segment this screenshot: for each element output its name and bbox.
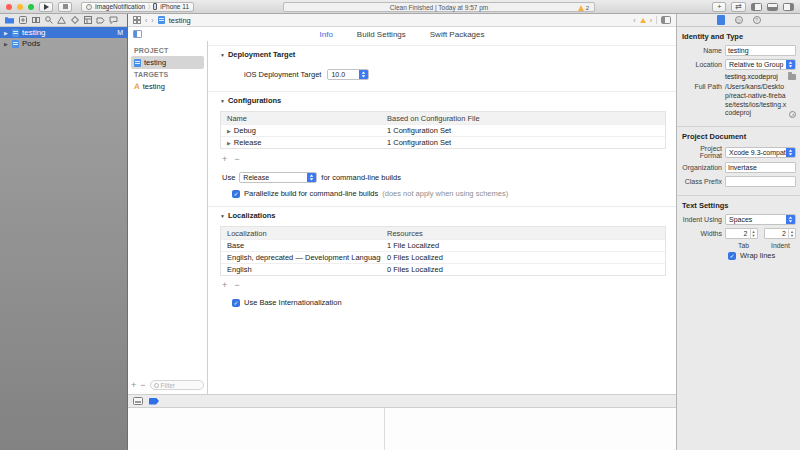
- column-header-file[interactable]: Based on Configuration File: [381, 114, 665, 123]
- minimize-window-button[interactable]: [17, 4, 23, 10]
- class-prefix-row: Class Prefix: [681, 176, 796, 187]
- tab-build-settings[interactable]: Build Settings: [357, 30, 406, 39]
- localization-resources: 0 Files Localized: [381, 265, 665, 274]
- project-list-item[interactable]: testing: [131, 56, 204, 69]
- zoom-window-button[interactable]: [28, 4, 34, 10]
- collapse-triangle-icon[interactable]: ▼: [220, 52, 225, 58]
- checkbox-checked-icon[interactable]: ✓: [232, 190, 240, 198]
- deployment-target-section-header[interactable]: ▼ Deployment Target: [220, 50, 676, 59]
- disclosure-triangle-icon[interactable]: ▶: [4, 30, 9, 36]
- remove-configuration-button[interactable]: −: [234, 154, 239, 164]
- project-format-dropdown[interactable]: Xcode 9.3-compatible: [725, 147, 796, 158]
- stepper-arrows-icon[interactable]: ▲▼: [750, 229, 757, 238]
- related-items-icon[interactable]: [133, 16, 141, 24]
- stepper-arrows-icon[interactable]: ▲▼: [788, 229, 795, 238]
- back-chevron-icon[interactable]: ‹: [145, 17, 147, 24]
- warning-icon: [578, 5, 584, 11]
- breakpoint-navigator-icon[interactable]: [96, 16, 105, 25]
- history-inspector-icon[interactable]: ◷: [735, 16, 743, 24]
- library-button[interactable]: +: [712, 2, 726, 12]
- collapse-triangle-icon[interactable]: ▼: [220, 213, 225, 219]
- location-dropdown[interactable]: Relative to Group: [725, 59, 796, 70]
- report-navigator-icon[interactable]: [109, 16, 118, 25]
- editor-options-icon[interactable]: [661, 16, 671, 24]
- warning-badge[interactable]: 2: [578, 5, 589, 11]
- toolbar-right-buttons: + ⇄: [712, 2, 794, 12]
- toggle-navigator-button[interactable]: [751, 3, 762, 11]
- column-header-localization[interactable]: Localization: [221, 229, 381, 238]
- column-header-name[interactable]: Name: [221, 114, 381, 123]
- checkbox-checked-icon[interactable]: ✓: [728, 252, 736, 260]
- issue-navigator-icon[interactable]: [57, 16, 66, 25]
- issue-warning-icon[interactable]: [640, 18, 646, 23]
- device-name: iPhone 11: [160, 3, 189, 10]
- command-line-config-dropdown[interactable]: Release: [239, 172, 317, 183]
- file-inspector-icon[interactable]: [717, 15, 725, 25]
- debug-navigator-icon[interactable]: [83, 16, 92, 25]
- previous-issue-icon[interactable]: ‹: [633, 17, 635, 24]
- remove-localization-button[interactable]: −: [234, 280, 239, 290]
- toggle-debug-area-button[interactable]: [767, 3, 778, 11]
- filter-input[interactable]: Filter: [150, 380, 204, 390]
- source-control-navigator-icon[interactable]: [18, 16, 27, 25]
- indent-using-dropdown[interactable]: Spaces: [725, 214, 796, 225]
- toggle-project-list-icon[interactable]: [133, 30, 142, 38]
- tab-swift-packages[interactable]: Swift Packages: [430, 30, 485, 39]
- table-row[interactable]: Base 1 File Localized: [221, 239, 665, 251]
- add-target-button[interactable]: +: [131, 381, 136, 390]
- disclosure-triangle-icon[interactable]: ▶: [227, 140, 231, 146]
- target-list-item[interactable]: A testing: [131, 80, 204, 93]
- navigator-item-testing[interactable]: ▶ testing M: [0, 27, 127, 38]
- name-field[interactable]: testing: [725, 45, 796, 56]
- tab-info[interactable]: Info: [320, 30, 333, 39]
- organization-field[interactable]: Invertase: [725, 162, 796, 173]
- hide-debug-area-icon[interactable]: [133, 397, 143, 405]
- table-row[interactable]: English, deprecated — Development Langua…: [221, 251, 665, 263]
- symbol-navigator-icon[interactable]: [31, 16, 40, 25]
- next-issue-icon[interactable]: ›: [650, 17, 652, 24]
- editor-jump-bar: ‹ › testing ‹ ›: [128, 14, 676, 27]
- quick-help-inspector-icon[interactable]: ?: [753, 16, 761, 24]
- find-navigator-icon[interactable]: [44, 16, 53, 25]
- table-row[interactable]: ▶Debug 1 Configuration Set: [221, 124, 665, 136]
- close-window-button[interactable]: [6, 4, 12, 10]
- collapse-triangle-icon[interactable]: ▼: [220, 98, 225, 104]
- config-name: Debug: [234, 126, 256, 135]
- project-navigator-icon[interactable]: [5, 16, 14, 25]
- variables-view[interactable]: [128, 408, 385, 450]
- console-view[interactable]: [385, 408, 676, 450]
- localizations-section-header[interactable]: ▼ Localizations: [220, 211, 676, 220]
- remove-target-button[interactable]: −: [140, 381, 145, 390]
- configurations-section-header[interactable]: ▼ Configurations: [220, 96, 676, 105]
- jumpbar-file-name[interactable]: testing: [169, 16, 191, 25]
- breakpoints-toggle-icon[interactable]: [149, 398, 159, 405]
- column-header-resources[interactable]: Resources: [381, 229, 665, 238]
- table-row[interactable]: English 0 Files Localized: [221, 263, 665, 275]
- project-document-section: Project Document Project Format Xcode 9.…: [677, 127, 800, 196]
- open-in-finder-icon[interactable]: ↗: [789, 111, 796, 118]
- scheme-selector[interactable]: ! ImageNotification 〉 iPhone 11: [81, 2, 194, 12]
- dropdown-value: Release: [240, 173, 307, 182]
- device-icon: [153, 3, 157, 10]
- navigator-item-pods[interactable]: ▶ Pods: [0, 38, 127, 49]
- toggle-inspectors-button[interactable]: [783, 3, 794, 11]
- table-row[interactable]: ▶Release 1 Configuration Set: [221, 136, 665, 148]
- config-file: 1 Configuration Set: [381, 138, 665, 147]
- run-button[interactable]: [39, 2, 53, 12]
- add-configuration-button[interactable]: +: [222, 154, 227, 164]
- forward-chevron-icon[interactable]: ›: [151, 17, 153, 24]
- tab-width-stepper[interactable]: 2 ▲▼: [725, 228, 758, 239]
- indent-width-stepper[interactable]: 2 ▲▼: [764, 228, 797, 239]
- class-prefix-field[interactable]: [725, 176, 796, 187]
- base-internationalization-label: Use Base Internationalization: [244, 298, 342, 307]
- test-navigator-icon[interactable]: [70, 16, 79, 25]
- deployment-target-dropdown[interactable]: 10.0: [327, 69, 369, 80]
- checkbox-checked-icon[interactable]: ✓: [232, 299, 240, 307]
- add-localization-button[interactable]: +: [222, 280, 227, 290]
- folder-icon[interactable]: [788, 74, 796, 80]
- disclosure-triangle-icon[interactable]: ▶: [227, 128, 231, 134]
- stop-button[interactable]: [58, 2, 72, 12]
- dropdown-value: Relative to Group: [726, 60, 786, 69]
- disclosure-triangle-icon[interactable]: ▶: [4, 41, 9, 47]
- code-review-button[interactable]: ⇄: [731, 2, 746, 12]
